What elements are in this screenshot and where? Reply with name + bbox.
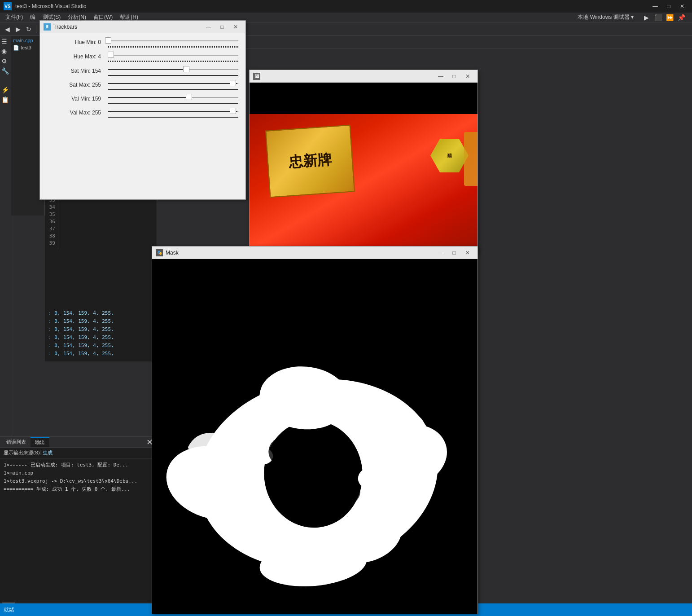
image-minimize-btn[interactable]: — <box>434 71 447 81</box>
sat-min-thumb[interactable] <box>183 66 189 72</box>
sat-min-solid <box>108 75 238 76</box>
mask-window-controls: — □ ✕ <box>434 248 474 258</box>
sidebar-icon-5[interactable]: ⚡ <box>1 86 9 94</box>
output-line-2: 1>main.cpp <box>4 469 153 477</box>
hue-max-row: Hue Max: 4 <box>47 51 238 62</box>
left-panel-test: 📄 test3 <box>13 45 43 51</box>
gold-label: 忠新牌 <box>265 125 355 198</box>
menu-edit[interactable]: 编 <box>26 13 39 22</box>
image-window: 🖼 — □ ✕ 忠新牌 醋 <box>249 70 478 254</box>
console-line-3: : 0, 154, 159, 4, 255, <box>48 326 153 334</box>
sat-min-container <box>108 66 238 76</box>
hue-min-container <box>108 37 238 48</box>
val-max-container <box>108 107 238 118</box>
svg-point-10 <box>268 436 304 467</box>
toolbar-back-btn[interactable]: ◀ <box>2 24 12 34</box>
menu-file[interactable]: 文件(F) <box>2 13 26 22</box>
mask-svg-image <box>152 259 477 614</box>
debug-nav-4[interactable]: 📌 <box>676 13 686 22</box>
hue-max-thumb[interactable] <box>108 52 114 58</box>
val-max-label: Val Max: 255 <box>47 110 101 116</box>
output-line-1: 1>------ 已启动生成: 项目: test3, 配置: De... <box>4 461 153 469</box>
hue-max-dotted <box>108 61 238 62</box>
output-content-area: 1>------ 已启动生成: 项目: test3, 配置: De... 1>m… <box>0 458 157 496</box>
sidebar-icon-2[interactable]: ◉ <box>1 48 9 56</box>
sat-max-thumb[interactable] <box>230 80 236 86</box>
val-max-thumb[interactable] <box>230 108 236 114</box>
val-min-container <box>108 93 238 104</box>
image-black-top <box>250 83 477 114</box>
hue-min-thumb[interactable] <box>105 37 111 44</box>
val-max-slider[interactable] <box>108 107 238 115</box>
output-line-3: 1>test3.vcxproj -> D:\cv_ws\test3\x64\De… <box>4 477 153 485</box>
tab-error-list[interactable]: 错误列表 <box>2 437 31 447</box>
sat-max-solid <box>108 89 238 90</box>
sat-max-row: Sat Max: 255 <box>47 79 238 90</box>
debug-nav-2[interactable]: ⬛ <box>653 13 663 22</box>
sat-max-label: Sat Max: 255 <box>47 82 101 88</box>
sat-max-filled <box>108 83 237 84</box>
hex-badge: 醋 <box>430 139 469 172</box>
mask-maximize-btn[interactable]: □ <box>448 248 460 258</box>
sidebar-icon-6[interactable]: 📋 <box>1 96 9 104</box>
mask-window: 🎭 Mask — □ ✕ <box>152 246 478 614</box>
window-minimize-btn[interactable]: — <box>649 1 661 11</box>
sidebar-icon-1[interactable]: ☰ <box>1 38 9 46</box>
sat-max-container <box>108 79 238 90</box>
console-line-4: : 0, 154, 159, 4, 255, <box>48 334 153 342</box>
window-close-btn[interactable]: ✕ <box>676 1 688 11</box>
trackbars-window: 🎚 Trackbars — □ ✕ Hue Min: 0 Hue Max: 4 <box>39 20 246 200</box>
status-text: 就绪 <box>4 606 14 614</box>
val-max-row: Val Max: 255 <box>47 107 238 118</box>
toolbar-separator <box>36 25 36 33</box>
val-min-solid <box>108 103 238 104</box>
console-line-2: : 0, 154, 159, 4, 255, <box>48 317 153 326</box>
sidebar-icon-4[interactable]: 🔧 <box>1 67 9 75</box>
image-window-icon: 🖼 <box>253 73 260 80</box>
sat-min-slider[interactable] <box>108 66 238 74</box>
window-title: test3 - Microsoft Visual Studio <box>15 3 649 9</box>
hue-min-track <box>108 40 238 41</box>
trackbars-minimize-btn[interactable]: — <box>202 22 215 32</box>
val-min-thumb[interactable] <box>186 94 192 100</box>
val-min-slider[interactable] <box>108 93 238 101</box>
tab-output[interactable]: 输出 <box>31 437 49 447</box>
sat-max-slider[interactable] <box>108 79 238 88</box>
hue-min-label: Hue Min: 0 <box>47 39 101 45</box>
hue-max-container <box>108 51 238 62</box>
debug-nav-1[interactable]: ▶ <box>641 13 651 22</box>
image-window-controls: — □ ✕ <box>434 71 474 81</box>
val-max-filled <box>108 111 237 112</box>
toolbar-forward-btn[interactable]: ▶ <box>13 24 23 34</box>
mask-minimize-btn[interactable]: — <box>434 248 447 258</box>
hue-min-slider[interactable] <box>108 37 238 45</box>
trackbar-area: Hue Min: 0 Hue Max: 4 <box>40 33 245 125</box>
trackbars-titlebar: 🎚 Trackbars — □ ✕ <box>40 21 245 33</box>
svg-point-8 <box>358 467 385 490</box>
sat-min-filled <box>108 69 186 70</box>
image-content-area: 忠新牌 醋 <box>250 83 477 253</box>
mask-close-btn[interactable]: ✕ <box>461 248 474 258</box>
output-source-label: 显示输出来源(S): 生成 <box>0 448 157 458</box>
hue-max-label: Hue Max: 4 <box>47 53 101 60</box>
console-line-1: : 0, 154, 159, 4, 255, <box>48 309 153 317</box>
trackbars-window-icon: 🎚 <box>44 23 51 31</box>
mask-window-titlebar: 🎭 Mask — □ ✕ <box>152 246 477 259</box>
image-close-btn[interactable]: ✕ <box>461 71 474 81</box>
toolbar-refresh-btn[interactable]: ↻ <box>24 24 34 34</box>
window-maximize-btn[interactable]: □ <box>662 1 675 11</box>
right-partial-item <box>464 132 477 186</box>
val-min-row: Val Min: 159 <box>47 93 238 104</box>
chinese-label-text: 忠新牌 <box>288 150 333 173</box>
sidebar-icon-3[interactable]: ⚙ <box>1 57 9 66</box>
hue-max-track <box>108 55 238 56</box>
hue-max-slider[interactable] <box>108 51 238 59</box>
debug-nav-3[interactable]: ⏩ <box>665 13 674 22</box>
image-maximize-btn[interactable]: □ <box>448 71 460 81</box>
trackbars-maximize-btn[interactable]: □ <box>216 22 228 32</box>
trackbars-close-btn[interactable]: ✕ <box>229 22 242 32</box>
val-max-solid <box>108 117 238 118</box>
console-output-area: : 0, 154, 159, 4, 255, : 0, 154, 159, 4,… <box>45 308 157 361</box>
hue-min-row: Hue Min: 0 <box>47 37 238 48</box>
trackbars-window-controls: — □ ✕ <box>202 22 242 32</box>
